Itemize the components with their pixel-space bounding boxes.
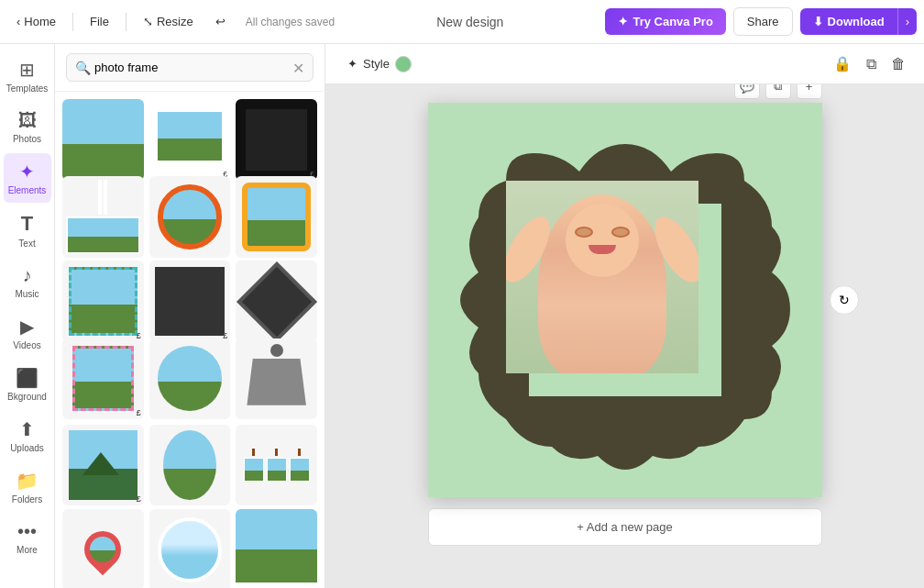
list-item[interactable]: £ <box>62 425 144 506</box>
refresh-button[interactable]: ↻ <box>830 285 859 315</box>
music-label: Music <box>15 289 38 299</box>
list-item[interactable] <box>149 176 231 258</box>
comment-icon: 💬 <box>740 84 754 94</box>
resize-label: Resize <box>157 15 193 28</box>
folders-label: Folders <box>12 494 42 505</box>
photos-label: Photos <box>13 134 41 144</box>
list-item[interactable] <box>62 176 144 258</box>
copy-page-button[interactable]: ⧉ <box>765 84 791 99</box>
sidebar-item-more[interactable]: ••• More <box>4 514 51 562</box>
canvas-photo <box>506 181 698 373</box>
uploads-label: Uploads <box>10 443 44 453</box>
try-canva-button[interactable]: ✦ Try Canva Pro <box>605 8 725 35</box>
sidebar-item-music[interactable]: ♪ Music <box>4 258 51 306</box>
sidebar-item-elements[interactable]: ✦ Elements <box>4 153 51 203</box>
style-label: Style <box>363 57 390 71</box>
comment-button[interactable]: 💬 <box>734 84 760 99</box>
videos-label: Videos <box>13 340 40 350</box>
sidebar-item-photos[interactable]: 🖼 Photos <box>4 103 51 151</box>
videos-icon: ▶ <box>20 316 34 338</box>
search-bar: 🔍 ✕ <box>55 44 324 92</box>
background-icon: ⬛ <box>16 367 38 389</box>
list-item[interactable] <box>149 425 231 506</box>
download-more-button[interactable]: › <box>897 8 917 35</box>
canvas-scroll[interactable]: 💬 ⧉ + <box>325 84 924 588</box>
download-icon: ⬇ <box>813 15 823 28</box>
download-label: Download <box>828 15 885 28</box>
undo-icon: ↩ <box>215 15 226 28</box>
canvas-controls: 💬 ⧉ + <box>734 84 822 99</box>
more-label: More <box>16 545 38 555</box>
undo-button[interactable]: ↩ <box>206 9 235 34</box>
list-item[interactable] <box>62 99 144 181</box>
photos-icon: 🖼 <box>18 110 37 131</box>
premium-badge: £ <box>137 494 141 504</box>
try-canva-label: Try Canva Pro <box>632 15 712 28</box>
canvas-page[interactable] <box>428 103 822 497</box>
text-icon: T <box>21 212 33 236</box>
list-item[interactable] <box>149 338 231 420</box>
nav-separator-2 <box>126 13 126 31</box>
music-icon: ♪ <box>23 265 32 286</box>
resize-icon: ⤡ <box>143 15 153 28</box>
download-group: ⬇ Download › <box>800 8 917 35</box>
plus-icon: + <box>806 84 813 94</box>
sidebar-item-background[interactable]: ⬛ Bkground <box>4 360 51 409</box>
download-button[interactable]: ⬇ Download <box>800 8 897 35</box>
more-icon: ••• <box>17 521 37 542</box>
nav-center: New design <box>338 15 601 29</box>
sidebar-item-templates[interactable]: ⊞ Templates <box>4 51 51 101</box>
home-button[interactable]: ‹ Home <box>7 9 65 34</box>
folders-icon: 📁 <box>16 470 38 492</box>
sidebar-item-folders[interactable]: 📁 Folders <box>4 462 51 512</box>
list-item[interactable]: £ <box>236 99 317 181</box>
list-item[interactable] <box>236 261 317 342</box>
top-navigation: ‹ Home File ⤡ Resize ↩ All changes saved… <box>0 0 924 44</box>
canvas-page-wrapper: 💬 ⧉ + <box>428 103 822 497</box>
list-item[interactable]: £ <box>62 338 144 420</box>
add-page-bar[interactable]: + Add a new page <box>428 508 822 546</box>
sidebar-item-uploads[interactable]: ⬆ Uploads <box>4 411 51 460</box>
sidebar-item-text[interactable]: T Text <box>4 205 51 256</box>
list-item[interactable] <box>62 509 144 588</box>
search-icon: 🔍 <box>75 61 91 75</box>
color-swatch[interactable] <box>395 56 412 72</box>
list-item[interactable] <box>236 509 317 588</box>
nav-separator-1 <box>72 13 73 31</box>
elements-label: Elements <box>8 185 47 195</box>
trash-icon: 🗑 <box>891 56 906 72</box>
refresh-icon: ↻ <box>839 293 850 307</box>
list-item[interactable]: £ <box>62 261 144 342</box>
list-item[interactable] <box>236 338 317 420</box>
canvas-toolbar-right: 🔒 ⧉ 🗑 <box>830 51 909 76</box>
text-label: Text <box>18 239 35 249</box>
elements-panel: 🔍 ✕ £ £ <box>55 44 325 588</box>
duplicate-button[interactable]: ⧉ <box>863 52 880 76</box>
add-page-label: + Add a new page <box>577 520 672 534</box>
elements-icon: ✦ <box>19 161 35 183</box>
chevron-down-icon: › <box>906 15 909 28</box>
add-element-button[interactable]: + <box>797 84 822 99</box>
background-label: Bkground <box>7 392 47 402</box>
clear-search-button[interactable]: ✕ <box>292 59 304 76</box>
share-button[interactable]: Share <box>733 7 793 36</box>
list-item[interactable]: £ <box>149 261 231 342</box>
chevron-left-icon: ‹ <box>16 15 20 28</box>
resize-button[interactable]: ⤡ Resize <box>134 9 203 34</box>
list-item[interactable] <box>236 425 317 506</box>
list-item[interactable]: £ <box>149 99 231 181</box>
share-label: Share <box>747 15 779 28</box>
style-sparkle-icon: ✦ <box>347 57 358 71</box>
style-button[interactable]: ✦ Style <box>340 52 419 76</box>
uploads-icon: ⬆ <box>19 418 35 440</box>
search-input[interactable] <box>66 53 314 82</box>
sidebar-item-videos[interactable]: ▶ Videos <box>4 308 51 358</box>
list-item[interactable] <box>236 176 317 258</box>
premium-badge: £ <box>137 408 141 417</box>
copy-icon: ⧉ <box>774 84 782 94</box>
lock-icon: 🔒 <box>833 56 852 72</box>
list-item[interactable] <box>149 509 231 588</box>
lock-button[interactable]: 🔒 <box>830 51 855 76</box>
delete-button[interactable]: 🗑 <box>887 52 909 76</box>
file-button[interactable]: File <box>81 9 118 34</box>
